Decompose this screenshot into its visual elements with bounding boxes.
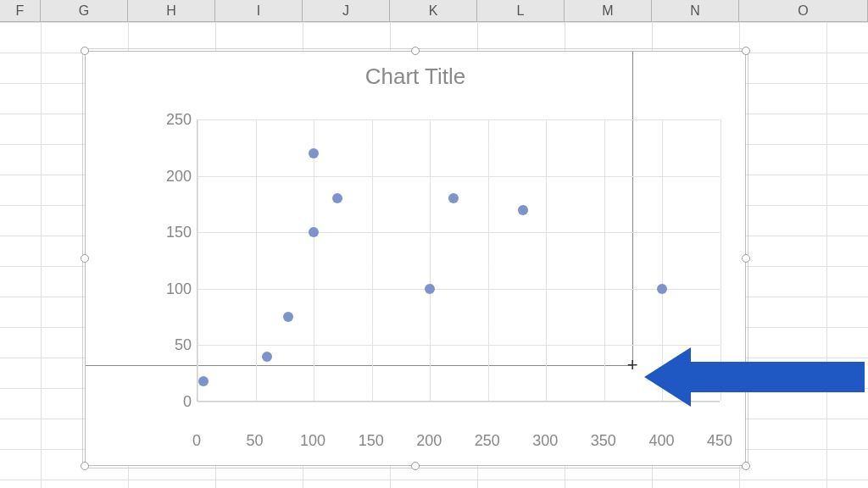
x-tick-label: 0 — [192, 427, 201, 450]
data-point[interactable] — [283, 312, 293, 322]
column-header-n[interactable]: N — [652, 0, 739, 21]
gridline-vertical — [372, 119, 373, 401]
chart-title[interactable]: Chart Title — [86, 52, 745, 95]
column-header-k[interactable]: K — [390, 0, 477, 21]
gridline-vertical — [604, 119, 605, 401]
crosshair-cursor-icon: + — [627, 356, 638, 374]
x-tick-label: 300 — [532, 427, 558, 450]
x-tick-label: 200 — [416, 427, 442, 450]
resize-handle-mid-right[interactable] — [742, 254, 750, 263]
gridline-horizontal — [198, 345, 720, 346]
y-tick-label: 200 — [142, 167, 192, 185]
resize-handle-top-right[interactable] — [742, 47, 750, 55]
gridline-vertical — [430, 119, 431, 401]
data-point[interactable] — [657, 284, 667, 294]
plot-area[interactable] — [197, 119, 720, 402]
gridline-vertical — [488, 119, 489, 401]
resize-handle-top-mid[interactable] — [411, 47, 420, 55]
data-point[interactable] — [262, 352, 272, 362]
data-point[interactable] — [425, 284, 435, 294]
arrow-annotation-icon — [644, 343, 865, 411]
column-header-j[interactable]: J — [303, 0, 390, 21]
resize-handle-bottom-mid[interactable] — [411, 462, 420, 470]
gridline-horizontal — [198, 402, 720, 402]
x-tick-label: 150 — [359, 427, 384, 450]
x-tick-label: 100 — [300, 427, 326, 450]
column-header-l[interactable]: L — [477, 0, 565, 21]
gridline-vertical — [314, 119, 314, 401]
x-tick-label: 250 — [475, 427, 500, 450]
column-header-o[interactable]: O — [739, 0, 868, 21]
gridline-vertical — [198, 119, 198, 401]
gridline-horizontal — [198, 289, 720, 290]
column-header-m[interactable]: M — [565, 0, 652, 21]
data-point[interactable] — [448, 193, 459, 203]
gridline-vertical — [546, 119, 547, 401]
data-point[interactable] — [332, 193, 342, 203]
gridline-horizontal — [198, 176, 720, 177]
data-point[interactable] — [309, 227, 319, 237]
y-tick-label: 50 — [142, 336, 192, 354]
x-tick-label: 50 — [247, 427, 264, 450]
y-tick-label: 250 — [142, 111, 192, 129]
gridline-horizontal — [198, 119, 720, 120]
column-header-i[interactable]: I — [215, 0, 303, 21]
column-header-h[interactable]: H — [128, 0, 215, 21]
x-tick-label: 400 — [648, 427, 674, 450]
x-tick-label: 450 — [707, 427, 732, 450]
resize-handle-top-left[interactable] — [81, 47, 89, 55]
gridline-horizontal — [198, 232, 720, 233]
column-header-g[interactable]: G — [41, 0, 128, 21]
resize-handle-mid-left[interactable] — [81, 254, 89, 263]
x-tick-label: 350 — [591, 427, 616, 450]
resize-handle-bottom-right[interactable] — [742, 462, 750, 470]
data-point[interactable] — [198, 376, 209, 386]
plot-wrap: 050100150200250 050100150200250300350400… — [142, 111, 728, 427]
svg-marker-0 — [644, 347, 865, 407]
gridline-vertical — [256, 119, 257, 401]
data-point[interactable] — [309, 148, 319, 158]
column-headers: FGHIJKLMNO — [0, 0, 868, 22]
column-header-f[interactable]: F — [0, 0, 41, 21]
resize-handle-bottom-left[interactable] — [81, 462, 89, 470]
y-tick-label: 150 — [142, 224, 192, 241]
y-tick-label: 100 — [142, 280, 192, 297]
data-point[interactable] — [518, 205, 528, 215]
y-tick-label: 0 — [142, 393, 192, 411]
